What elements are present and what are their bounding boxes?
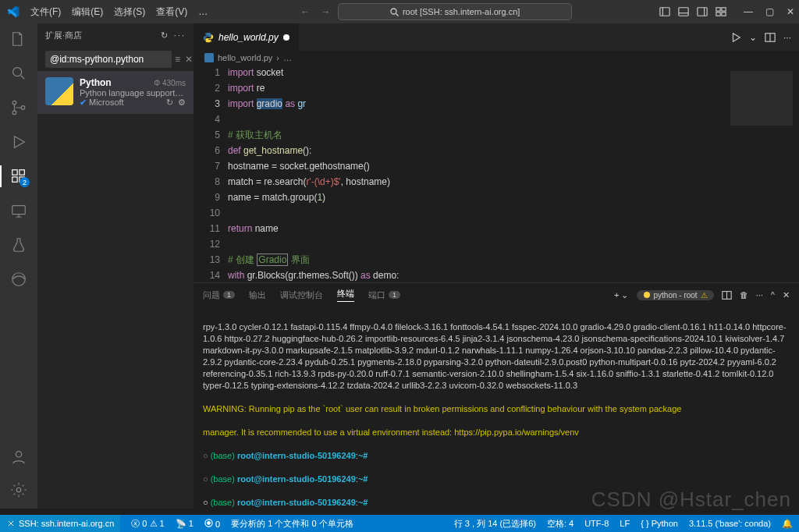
terminal-content[interactable]: rpy-1.3.0 cycler-0.12.1 fastapi-0.115.4 … (194, 307, 799, 509)
vscode-logo-icon (6, 5, 20, 19)
extension-item-python[interactable]: Python Φ 430ms Python language support w… (37, 71, 194, 114)
status-cursor[interactable]: 行 3 , 列 14 (已选择6) (454, 518, 536, 530)
panel-tab-ports[interactable]: 端口1 (368, 289, 400, 301)
editor-tabs: hello_world.py ⌄ ··· (194, 23, 799, 51)
search-icon (390, 8, 399, 16)
svg-rect-2 (679, 8, 688, 16)
activity-scm-icon[interactable] (9, 98, 28, 117)
panel-maximize-icon[interactable]: ^ (771, 290, 775, 300)
python-file-icon (204, 53, 214, 62)
menu-select[interactable]: 选择(S) (108, 5, 151, 19)
status-language[interactable]: { } Python (641, 519, 678, 528)
command-center[interactable]: root [SSH: ssh.intern-ai.org.cn] (338, 3, 572, 20)
panel-close-icon[interactable]: ✕ (783, 290, 790, 300)
panel-tab-terminal[interactable]: 终端 (337, 288, 354, 302)
python-file-icon (203, 32, 214, 43)
minimap[interactable] (721, 65, 799, 282)
panel-more-icon[interactable]: ··· (756, 290, 763, 300)
menu-file[interactable]: 文件(F) (25, 5, 66, 19)
status-spaces[interactable]: 空格: 4 (547, 518, 574, 530)
panel-tab-problems[interactable]: 问题1 (203, 289, 235, 301)
activity-edge-icon[interactable] (9, 270, 28, 289)
status-interpreter[interactable]: 3.11.5 ('base': conda) (689, 519, 771, 528)
status-encoding[interactable]: UTF-8 (584, 519, 609, 528)
status-analysis[interactable]: 要分析的 1 个文件和 0 个单元格 (231, 518, 353, 530)
window-maximize-icon[interactable]: ▢ (765, 6, 774, 17)
tab-hello-world[interactable]: hello_world.py (194, 23, 300, 51)
svg-rect-3 (698, 8, 707, 16)
window-minimize-icon[interactable]: — (744, 6, 753, 17)
window-close-icon[interactable]: ✕ (787, 6, 794, 17)
menu-more[interactable]: … (193, 6, 213, 17)
run-icon[interactable] (730, 32, 741, 43)
bottom-panel: 问题1 输出 调试控制台 终端 端口1 + ⌄ python - root ⚠ … (194, 282, 799, 509)
chevron-right-icon: › (276, 53, 279, 62)
nav-forward-icon[interactable]: → (321, 6, 330, 17)
activity-search-icon[interactable] (9, 64, 28, 83)
tab-label: hello_world.py (218, 32, 279, 43)
nav-back-icon[interactable]: ← (300, 6, 310, 17)
activity-account-icon[interactable] (9, 448, 28, 466)
terminal-new-icon[interactable]: + ⌄ (614, 290, 628, 300)
status-remote[interactable]: SSH: ssh.intern-ai.org.cn (0, 515, 120, 532)
layout-custom-icon[interactable] (716, 6, 726, 17)
status-bar: SSH: ssh.intern-ai.org.cn ⓧ 0 ⚠ 1 📡 1 0 … (0, 515, 799, 532)
run-dropdown-icon[interactable]: ⌄ (749, 32, 757, 43)
remote-icon (6, 519, 16, 528)
svg-rect-16 (12, 206, 26, 215)
title-bar: 文件(F) 编辑(E) 选择(S) 查看(V) … ← → root [SSH:… (0, 0, 799, 23)
watermark: CSDN @Hstar_chen (591, 488, 791, 512)
menu-view[interactable]: 查看(V) (151, 5, 193, 19)
layout-sidebar-left-icon[interactable] (659, 6, 670, 17)
activity-bar: 2 (0, 23, 37, 509)
activity-debug-icon[interactable] (9, 133, 28, 151)
ext-clear-icon[interactable]: ✕ (185, 54, 193, 65)
svg-rect-7 (722, 12, 726, 16)
python-logo-icon (45, 77, 73, 105)
svg-rect-5 (722, 8, 726, 11)
svg-rect-15 (20, 170, 24, 175)
sidebar-refresh-icon[interactable]: ↻ (161, 30, 168, 41)
svg-point-11 (21, 106, 25, 110)
activity-explorer-icon[interactable] (9, 30, 28, 48)
activity-testing-icon[interactable] (9, 236, 28, 254)
ext-sync-icon[interactable]: ↻ (166, 98, 173, 108)
ext-name: Python (80, 77, 112, 88)
command-center-text: root [SSH: ssh.intern-ai.org.cn] (403, 7, 520, 16)
extension-search-input[interactable] (45, 51, 172, 68)
ext-gear-icon[interactable]: ⚙ (178, 98, 186, 108)
code-content[interactable]: import socket import re import gradio as… (228, 65, 721, 282)
status-radio[interactable]: 0 (204, 519, 220, 529)
editor-more-icon[interactable]: ··· (783, 32, 791, 43)
status-errors[interactable]: ⓧ 0 ⚠ 1 (131, 518, 164, 530)
kill-terminal-icon[interactable]: 🗑 (740, 290, 748, 300)
status-ports[interactable]: 📡 1 (176, 519, 194, 529)
breadcrumb[interactable]: hello_world.py › … (194, 51, 799, 65)
ext-filter-icon[interactable]: ≡ (175, 54, 180, 65)
panel-tab-output[interactable]: 输出 (249, 289, 266, 301)
terminal-profile[interactable]: python - root ⚠ (637, 290, 714, 300)
layout-sidebar-right-icon[interactable] (697, 6, 708, 17)
svg-point-17 (12, 273, 26, 286)
activity-extensions-icon[interactable]: 2 (9, 167, 28, 186)
split-terminal-icon[interactable] (722, 290, 732, 300)
breadcrumb-more: … (283, 53, 292, 62)
menu-edit[interactable]: 编辑(E) (66, 5, 108, 19)
ext-activation-time: Φ 430ms (154, 77, 186, 88)
layout-panel-icon[interactable] (678, 6, 689, 17)
line-gutter: 123456789101112131415161718 (194, 65, 228, 282)
activity-remote-icon[interactable] (9, 201, 28, 220)
status-notifications-icon[interactable]: 🔔 (782, 519, 793, 529)
panel-tab-debugconsole[interactable]: 调试控制台 (280, 289, 323, 301)
sidebar-more-icon[interactable]: ··· (174, 30, 186, 41)
svg-rect-13 (12, 177, 17, 182)
panel-tabs: 问题1 输出 调试控制台 终端 端口1 + ⌄ python - root ⚠ … (194, 283, 799, 307)
svg-rect-21 (204, 53, 214, 62)
ext-publisher: Microsoft (89, 98, 124, 107)
code-editor[interactable]: 123456789101112131415161718 import socke… (194, 65, 799, 282)
svg-point-8 (13, 68, 22, 76)
split-editor-icon[interactable] (765, 32, 776, 43)
activity-settings-icon[interactable] (9, 481, 28, 499)
svg-point-18 (16, 452, 21, 457)
status-eol[interactable]: LF (620, 519, 630, 528)
